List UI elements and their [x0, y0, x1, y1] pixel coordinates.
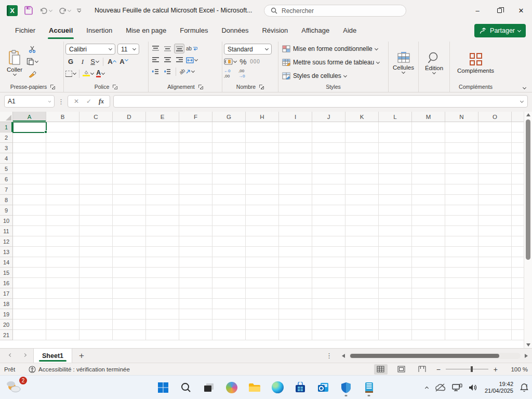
cell-partial[interactable] — [512, 205, 524, 216]
cell-j12[interactable] — [312, 236, 345, 247]
cell-f4[interactable] — [179, 153, 212, 164]
cell-f5[interactable] — [179, 164, 212, 174]
cell-j11[interactable] — [312, 226, 345, 236]
cell-c9[interactable] — [79, 205, 113, 216]
cell-partial[interactable] — [512, 236, 524, 247]
cell-j4[interactable] — [312, 153, 345, 164]
cell-partial[interactable] — [512, 320, 524, 330]
cell-o3[interactable] — [478, 143, 512, 153]
cell-partial[interactable] — [512, 288, 524, 299]
clipboard-dialog-launcher[interactable] — [50, 85, 55, 89]
cell-n7[interactable] — [445, 184, 478, 195]
cell-o2[interactable] — [478, 132, 512, 143]
redo-dropdown-icon[interactable] — [68, 8, 71, 11]
column-header-n[interactable]: N — [445, 112, 478, 122]
cell-d13[interactable] — [113, 247, 146, 257]
cell-f10[interactable] — [179, 216, 212, 226]
cell-d6[interactable] — [113, 174, 146, 184]
cell-h10[interactable] — [246, 216, 279, 226]
cell-b8[interactable] — [46, 195, 79, 205]
cell-i2[interactable] — [279, 132, 312, 143]
cell-c5[interactable] — [79, 164, 113, 174]
cell-i13[interactable] — [279, 247, 312, 257]
cell-m21[interactable] — [412, 330, 445, 340]
cell-h18[interactable] — [246, 299, 279, 309]
cell-a15[interactable] — [13, 268, 46, 278]
cell-i17[interactable] — [279, 288, 312, 299]
restore-button[interactable] — [488, 0, 510, 21]
cell-n2[interactable] — [445, 132, 478, 143]
column-header-partial[interactable] — [512, 112, 524, 122]
cell-b17[interactable] — [46, 288, 79, 299]
column-header-o[interactable]: O — [478, 112, 512, 122]
cell-h5[interactable] — [246, 164, 279, 174]
notification-bell-icon[interactable]: z — [520, 383, 529, 392]
row-header-4[interactable]: 4 — [0, 153, 13, 164]
italic-button[interactable]: I — [77, 57, 88, 66]
cell-f3[interactable] — [179, 143, 212, 153]
cell-c6[interactable] — [79, 174, 113, 184]
cell-i15[interactable] — [279, 268, 312, 278]
cell-l3[interactable] — [379, 143, 412, 153]
cell-o1[interactable] — [478, 122, 512, 132]
cell-g11[interactable] — [212, 226, 246, 236]
cell-e13[interactable] — [146, 247, 179, 257]
cell-f11[interactable] — [179, 226, 212, 236]
cell-n8[interactable] — [445, 195, 478, 205]
network-icon[interactable] — [452, 383, 462, 392]
cell-d20[interactable] — [113, 320, 146, 330]
cell-l6[interactable] — [379, 174, 412, 184]
cell-n3[interactable] — [445, 143, 478, 153]
cell-n15[interactable] — [445, 268, 478, 278]
cut-button[interactable] — [26, 44, 38, 54]
cell-a16[interactable] — [13, 278, 46, 288]
cell-j9[interactable] — [312, 205, 345, 216]
cell-f17[interactable] — [179, 288, 212, 299]
cell-c21[interactable] — [79, 330, 113, 340]
decrease-indent-button[interactable] — [150, 66, 161, 76]
cell-k8[interactable] — [345, 195, 379, 205]
cell-d10[interactable] — [113, 216, 146, 226]
comma-style-button[interactable]: 000 — [250, 57, 260, 66]
cell-o15[interactable] — [478, 268, 512, 278]
zoom-in-button[interactable]: + — [494, 365, 498, 374]
cell-i11[interactable] — [279, 226, 312, 236]
cell-partial[interactable] — [512, 153, 524, 164]
cell-k21[interactable] — [345, 330, 379, 340]
cell-l13[interactable] — [379, 247, 412, 257]
cell-m13[interactable] — [412, 247, 445, 257]
cell-d1[interactable] — [113, 122, 146, 132]
cell-c17[interactable] — [79, 288, 113, 299]
cell-d17[interactable] — [113, 288, 146, 299]
cell-l5[interactable] — [379, 164, 412, 174]
underline-button[interactable]: S — [89, 57, 100, 66]
minimize-button[interactable]: – — [467, 0, 488, 21]
cell-b14[interactable] — [46, 257, 79, 268]
cell-c12[interactable] — [79, 236, 113, 247]
cell-l18[interactable] — [379, 299, 412, 309]
cell-a12[interactable] — [13, 236, 46, 247]
column-header-c[interactable]: C — [79, 112, 113, 122]
ribbon-tab-formules[interactable]: Formules — [173, 21, 215, 40]
cell-d8[interactable] — [113, 195, 146, 205]
cell-i16[interactable] — [279, 278, 312, 288]
cell-j10[interactable] — [312, 216, 345, 226]
start-button[interactable] — [155, 379, 171, 396]
cell-j18[interactable] — [312, 299, 345, 309]
cell-f12[interactable] — [179, 236, 212, 247]
cell-m14[interactable] — [412, 257, 445, 268]
cell-c10[interactable] — [79, 216, 113, 226]
cell-k14[interactable] — [345, 257, 379, 268]
horizontal-scroll-thumb[interactable] — [350, 354, 499, 358]
cell-i4[interactable] — [279, 153, 312, 164]
cell-j8[interactable] — [312, 195, 345, 205]
cell-n10[interactable] — [445, 216, 478, 226]
cell-n9[interactable] — [445, 205, 478, 216]
cell-h16[interactable] — [246, 278, 279, 288]
cell-c20[interactable] — [79, 320, 113, 330]
scroll-right-icon[interactable] — [525, 354, 528, 358]
cell-l10[interactable] — [379, 216, 412, 226]
cell-n11[interactable] — [445, 226, 478, 236]
row-header-20[interactable]: 20 — [0, 320, 13, 330]
onedrive-paused-icon[interactable] — [434, 383, 446, 392]
